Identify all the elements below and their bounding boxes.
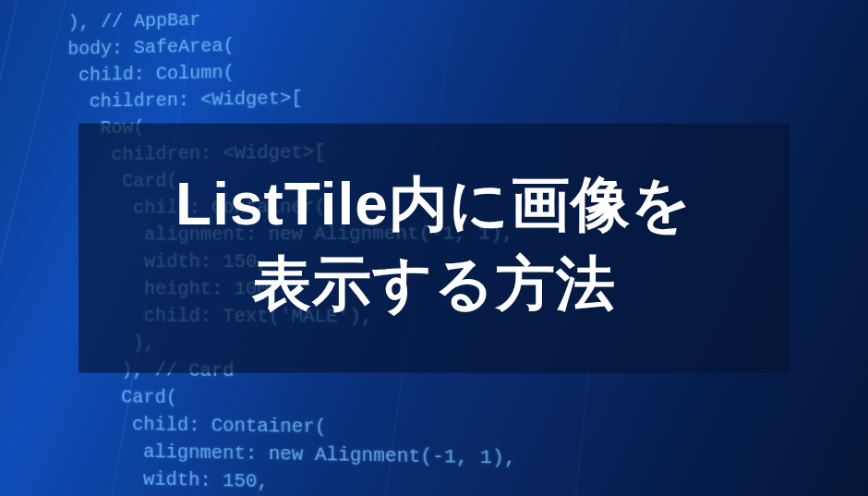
title-overlay-box: ListTile内に画像を 表示する方法 bbox=[78, 123, 790, 373]
article-title: ListTile内に画像を 表示する方法 bbox=[97, 163, 771, 323]
title-line-2: 表示する方法 bbox=[252, 250, 616, 317]
light-ray bbox=[0, 0, 57, 496]
title-line-1: ListTile内に画像を bbox=[175, 170, 693, 236]
